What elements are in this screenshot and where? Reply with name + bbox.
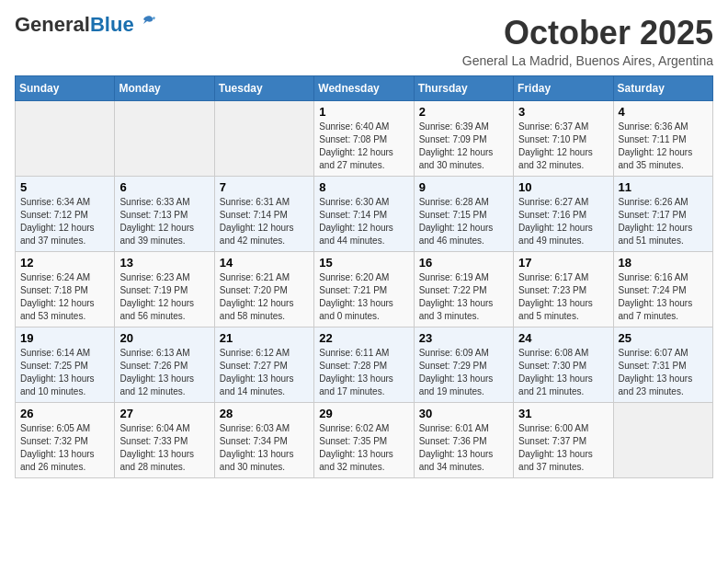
day-info: Sunrise: 6:26 AM Sunset: 7:17 PM Dayligh…	[619, 196, 708, 247]
day-info: Sunrise: 6:16 AM Sunset: 7:24 PM Dayligh…	[619, 271, 708, 323]
day-cell: 29Sunrise: 6:02 AM Sunset: 7:35 PM Dayli…	[314, 402, 414, 477]
day-cell	[613, 402, 712, 477]
day-cell: 17Sunrise: 6:17 AM Sunset: 7:23 PM Dayli…	[514, 251, 613, 327]
logo-part2: Blue	[90, 13, 134, 36]
day-number: 1	[319, 105, 408, 119]
day-number: 24	[518, 331, 608, 345]
day-number: 19	[20, 331, 109, 345]
day-number: 22	[319, 331, 408, 345]
day-cell: 23Sunrise: 6:09 AM Sunset: 7:29 PM Dayli…	[414, 327, 513, 402]
bird-icon	[136, 13, 156, 33]
header-day-wednesday: Wednesday	[314, 75, 414, 100]
day-number: 28	[220, 407, 309, 420]
day-info: Sunrise: 6:31 AM Sunset: 7:14 PM Dayligh…	[220, 196, 309, 247]
day-number: 15	[319, 256, 408, 270]
logo: GeneralBlue	[15, 15, 156, 35]
day-info: Sunrise: 6:04 AM Sunset: 7:33 PM Dayligh…	[119, 422, 209, 474]
day-cell: 21Sunrise: 6:12 AM Sunset: 7:27 PM Dayli…	[214, 327, 313, 402]
day-number: 23	[419, 331, 508, 345]
day-number: 14	[220, 256, 309, 270]
day-info: Sunrise: 6:12 AM Sunset: 7:27 PM Dayligh…	[220, 347, 309, 398]
day-info: Sunrise: 6:40 AM Sunset: 7:08 PM Dayligh…	[319, 121, 408, 172]
page-header: GeneralBlue October 2025 General La Madr…	[15, 15, 713, 68]
day-info: Sunrise: 6:33 AM Sunset: 7:13 PM Dayligh…	[119, 196, 209, 247]
week-row-2: 5Sunrise: 6:34 AM Sunset: 7:12 PM Daylig…	[16, 176, 713, 251]
day-number: 17	[518, 256, 608, 270]
day-info: Sunrise: 6:24 AM Sunset: 7:18 PM Dayligh…	[20, 271, 109, 323]
day-number: 18	[619, 256, 708, 270]
day-info: Sunrise: 6:39 AM Sunset: 7:09 PM Dayligh…	[419, 121, 508, 172]
day-cell	[16, 100, 115, 176]
logo-part1: General	[15, 13, 90, 36]
day-number: 4	[619, 105, 708, 119]
location-subtitle: General La Madrid, Buenos Aires, Argenti…	[462, 53, 713, 68]
day-info: Sunrise: 6:13 AM Sunset: 7:26 PM Dayligh…	[119, 347, 209, 398]
day-number: 10	[518, 180, 608, 194]
day-info: Sunrise: 6:20 AM Sunset: 7:21 PM Dayligh…	[319, 271, 408, 323]
day-cell: 16Sunrise: 6:19 AM Sunset: 7:22 PM Dayli…	[414, 251, 513, 327]
day-cell: 18Sunrise: 6:16 AM Sunset: 7:24 PM Dayli…	[613, 251, 712, 327]
day-cell: 15Sunrise: 6:20 AM Sunset: 7:21 PM Dayli…	[314, 251, 414, 327]
week-row-4: 19Sunrise: 6:14 AM Sunset: 7:25 PM Dayli…	[16, 327, 713, 402]
day-info: Sunrise: 6:17 AM Sunset: 7:23 PM Dayligh…	[518, 271, 608, 323]
day-cell: 4Sunrise: 6:36 AM Sunset: 7:11 PM Daylig…	[613, 100, 712, 176]
day-info: Sunrise: 6:03 AM Sunset: 7:34 PM Dayligh…	[220, 422, 309, 474]
day-cell: 14Sunrise: 6:21 AM Sunset: 7:20 PM Dayli…	[214, 251, 313, 327]
day-info: Sunrise: 6:00 AM Sunset: 7:37 PM Dayligh…	[518, 422, 608, 474]
calendar-table: SundayMondayTuesdayWednesdayThursdayFrid…	[15, 75, 713, 478]
month-title: October 2025	[462, 15, 713, 52]
day-number: 13	[119, 256, 209, 270]
day-cell: 10Sunrise: 6:27 AM Sunset: 7:16 PM Dayli…	[514, 176, 613, 251]
title-section: October 2025 General La Madrid, Buenos A…	[462, 15, 713, 68]
week-row-3: 12Sunrise: 6:24 AM Sunset: 7:18 PM Dayli…	[16, 251, 713, 327]
day-cell: 28Sunrise: 6:03 AM Sunset: 7:34 PM Dayli…	[214, 402, 313, 477]
header-day-tuesday: Tuesday	[214, 75, 313, 100]
day-cell: 20Sunrise: 6:13 AM Sunset: 7:26 PM Dayli…	[115, 327, 214, 402]
week-row-1: 1Sunrise: 6:40 AM Sunset: 7:08 PM Daylig…	[16, 100, 713, 176]
day-info: Sunrise: 6:34 AM Sunset: 7:12 PM Dayligh…	[20, 196, 109, 247]
day-number: 3	[518, 105, 608, 119]
day-cell: 30Sunrise: 6:01 AM Sunset: 7:36 PM Dayli…	[414, 402, 513, 477]
day-number: 9	[419, 180, 508, 194]
day-number: 6	[119, 180, 209, 194]
day-number: 7	[220, 180, 309, 194]
day-info: Sunrise: 6:02 AM Sunset: 7:35 PM Dayligh…	[319, 422, 408, 474]
day-cell: 31Sunrise: 6:00 AM Sunset: 7:37 PM Dayli…	[514, 402, 613, 477]
day-cell: 9Sunrise: 6:28 AM Sunset: 7:15 PM Daylig…	[414, 176, 513, 251]
header-row: SundayMondayTuesdayWednesdayThursdayFrid…	[16, 75, 713, 100]
day-number: 16	[419, 256, 508, 270]
day-info: Sunrise: 6:37 AM Sunset: 7:10 PM Dayligh…	[518, 121, 608, 172]
header-day-friday: Friday	[514, 75, 613, 100]
day-number: 25	[619, 331, 708, 345]
day-cell: 3Sunrise: 6:37 AM Sunset: 7:10 PM Daylig…	[514, 100, 613, 176]
day-cell: 19Sunrise: 6:14 AM Sunset: 7:25 PM Dayli…	[16, 327, 115, 402]
day-cell: 26Sunrise: 6:05 AM Sunset: 7:32 PM Dayli…	[16, 402, 115, 477]
day-info: Sunrise: 6:01 AM Sunset: 7:36 PM Dayligh…	[419, 422, 508, 474]
day-cell: 27Sunrise: 6:04 AM Sunset: 7:33 PM Dayli…	[115, 402, 214, 477]
day-number: 29	[319, 407, 408, 420]
day-info: Sunrise: 6:23 AM Sunset: 7:19 PM Dayligh…	[119, 271, 209, 323]
day-info: Sunrise: 6:14 AM Sunset: 7:25 PM Dayligh…	[20, 347, 109, 398]
day-number: 31	[518, 407, 608, 420]
day-number: 26	[20, 407, 109, 420]
week-row-5: 26Sunrise: 6:05 AM Sunset: 7:32 PM Dayli…	[16, 402, 713, 477]
day-number: 12	[20, 256, 109, 270]
day-number: 8	[319, 180, 408, 194]
day-info: Sunrise: 6:28 AM Sunset: 7:15 PM Dayligh…	[419, 196, 508, 247]
day-info: Sunrise: 6:27 AM Sunset: 7:16 PM Dayligh…	[518, 196, 608, 247]
day-cell: 2Sunrise: 6:39 AM Sunset: 7:09 PM Daylig…	[414, 100, 513, 176]
header-day-thursday: Thursday	[414, 75, 513, 100]
day-cell: 1Sunrise: 6:40 AM Sunset: 7:08 PM Daylig…	[314, 100, 414, 176]
day-cell: 11Sunrise: 6:26 AM Sunset: 7:17 PM Dayli…	[613, 176, 712, 251]
day-cell: 8Sunrise: 6:30 AM Sunset: 7:14 PM Daylig…	[314, 176, 414, 251]
header-day-monday: Monday	[115, 75, 214, 100]
day-info: Sunrise: 6:11 AM Sunset: 7:28 PM Dayligh…	[319, 347, 408, 398]
header-day-saturday: Saturday	[613, 75, 712, 100]
day-info: Sunrise: 6:36 AM Sunset: 7:11 PM Dayligh…	[619, 121, 708, 172]
day-cell: 25Sunrise: 6:07 AM Sunset: 7:31 PM Dayli…	[613, 327, 712, 402]
day-number: 5	[20, 180, 109, 194]
day-cell: 22Sunrise: 6:11 AM Sunset: 7:28 PM Dayli…	[314, 327, 414, 402]
day-cell	[214, 100, 313, 176]
day-info: Sunrise: 6:08 AM Sunset: 7:30 PM Dayligh…	[518, 347, 608, 398]
day-cell: 7Sunrise: 6:31 AM Sunset: 7:14 PM Daylig…	[214, 176, 313, 251]
